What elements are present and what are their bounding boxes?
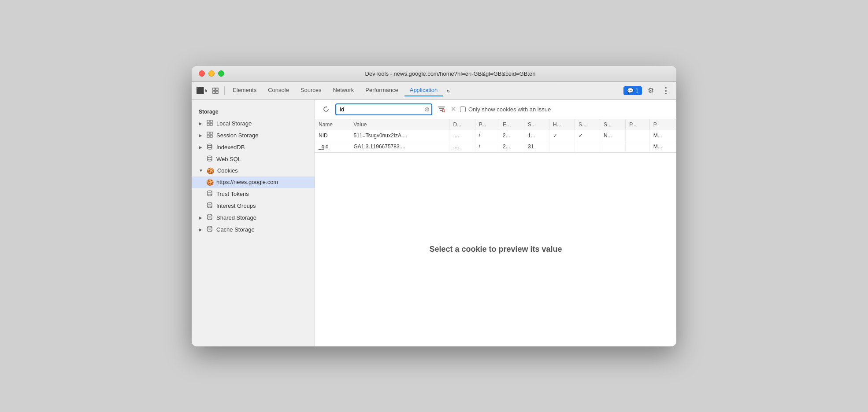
svg-point-22 [208,218,212,220]
sidebar-item-cookies[interactable]: ▼ 🍪 Cookies [192,165,315,177]
database-icon [206,214,214,221]
cell-size: 1... [524,130,549,141]
svg-rect-9 [210,132,212,134]
sidebar-item-local-storage[interactable]: ▶ Local Storage [192,118,315,129]
sidebar-item-shared-storage[interactable]: ▶ Shared Storage [192,212,315,224]
cell-name: NID [315,130,350,141]
issues-filter-label[interactable]: Only show cookies with an issue [460,106,551,113]
col-expires: E... [499,119,524,130]
svg-rect-8 [207,132,209,134]
svg-rect-10 [207,135,209,137]
cell-expires: 2... [499,130,524,141]
more-options-button[interactable]: ⋮ [660,85,672,97]
cell-path: / [475,141,499,152]
search-clear-button[interactable]: ⊗ [424,106,430,112]
svg-rect-7 [210,123,212,125]
svg-point-15 [208,156,212,158]
col-domain: D... [449,119,475,130]
cell-priority: M... [649,130,676,141]
cell-domain: .... [449,130,475,141]
database-icon [206,202,214,210]
svg-point-13 [208,147,212,149]
content-area: Storage ▶ Local Storage ▶ [192,100,676,346]
minimize-button[interactable] [208,70,215,77]
cell-value: GA1.3.1196675783.... [350,141,449,152]
cell-domain: .... [449,141,475,152]
table-header-row: Name Value D... P... E... S... H... S...… [315,119,676,130]
chevron-right-icon: ▶ [199,145,202,150]
grid-icon [206,120,214,127]
chevron-right-icon: ▶ [199,227,202,232]
titlebar: DevTools - news.google.com/home?hl=en-GB… [192,66,676,82]
sidebar-item-interest-groups[interactable]: Interest Groups [192,200,315,212]
cookies-table-container: Name Value D... P... E... S... H... S...… [315,119,676,152]
filter-icon-button[interactable] [436,103,447,115]
cursor-icon[interactable]: ⬛ [196,85,208,97]
sidebar-item-trust-tokens[interactable]: Trust Tokens [192,188,315,200]
grid-icon [206,132,214,139]
cell-samesite [600,141,626,152]
table-row[interactable]: NID 511=Tsugv0nux2IzA.... .... / 2... 1.… [315,130,676,141]
col-secure: S... [575,119,600,130]
sidebar-item-label: Cookies [217,167,238,174]
tab-network[interactable]: Network [328,85,360,96]
settings-button[interactable]: ⚙ [645,85,657,97]
main-panel: ⊗ ✕ Only show cookies with an issue [315,100,676,346]
cell-size: 31 [524,141,549,152]
cell-secure: ✓ [575,130,600,141]
cell-sameparty [626,141,649,152]
cell-path: / [475,130,499,141]
sidebar-item-indexeddb[interactable]: ▶ IndexedDB [192,141,315,153]
table-row[interactable]: _gid GA1.3.1196675783.... .... / 2... 31… [315,141,676,152]
issues-filter-text: Only show cookies with an issue [468,106,551,113]
sidebar-item-label: Cache Storage [216,226,255,233]
chat-icon: 💬 [627,88,634,94]
col-httponly: H... [549,119,575,130]
col-path: P... [475,119,499,130]
svg-point-20 [208,206,212,208]
cell-priority: M... [649,141,676,152]
maximize-button[interactable] [218,70,224,77]
sidebar-section-storage: Storage [192,106,315,118]
toolbar-right: 💬 1 ⚙ ⋮ [623,85,672,97]
database-icon [206,190,214,198]
tab-console[interactable]: Console [263,85,294,96]
svg-rect-0 [213,88,215,90]
svg-point-14 [208,146,212,147]
sidebar-item-label: Local Storage [216,120,252,127]
preview-area: Select a cookie to preview its value [315,152,676,346]
notifications-badge[interactable]: 💬 1 [623,86,642,95]
refresh-button[interactable] [320,103,332,115]
svg-line-27 [444,111,445,112]
issues-filter-checkbox[interactable] [460,107,466,112]
chevron-right-icon: ▶ [199,215,202,220]
cell-name: _gid [315,141,350,152]
close-button[interactable] [199,70,205,77]
cell-value: 511=Tsugv0nux2IzA.... [350,130,449,141]
cookies-table: Name Value D... P... E... S... H... S...… [315,119,676,152]
sidebar-item-web-sql[interactable]: Web SQL [192,153,315,165]
search-wrapper: ⊗ [335,103,432,115]
database-icon [206,226,214,233]
database-icon [206,143,214,151]
more-tabs-button[interactable]: » [444,85,453,96]
sidebar-item-cache-storage[interactable]: ▶ Cache Storage [192,224,315,235]
tab-elements[interactable]: Elements [227,85,262,96]
sidebar-item-cookies-url[interactable]: 🍪 https://news.google.com [192,177,315,188]
toolbar-divider-1 [224,86,225,95]
clear-filter-button[interactable]: ✕ [451,105,456,113]
tab-application[interactable]: Application [404,85,443,96]
inspect-icon[interactable] [209,85,222,97]
search-input[interactable] [335,103,432,115]
col-sameparty: P... [626,119,649,130]
chevron-right-icon: ▶ [199,133,202,138]
sidebar-item-label: IndexedDB [216,144,245,151]
tab-performance[interactable]: Performance [360,85,403,96]
cell-samesite: N... [600,130,626,141]
tab-sources[interactable]: Sources [295,85,327,96]
svg-rect-5 [210,120,212,122]
svg-point-16 [208,159,212,161]
traffic-lights [199,70,224,77]
sidebar-item-session-storage[interactable]: ▶ Session Storage [192,129,315,141]
col-value: Value [350,119,449,130]
